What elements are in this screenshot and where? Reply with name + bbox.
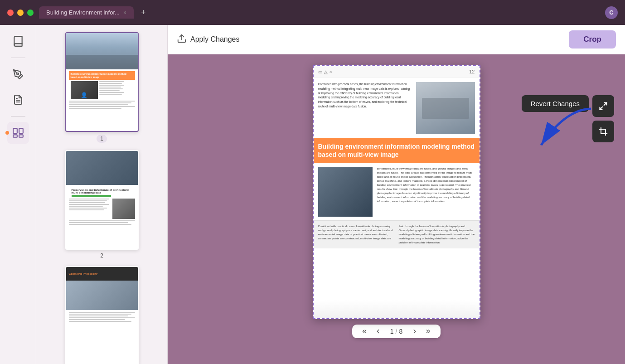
thumb1-body: Building environment information modelin… [66, 69, 138, 112]
expand-button[interactable] [592, 95, 614, 117]
toolbar: Apply Changes Crop [168, 25, 625, 54]
thumb2-body: Preservation and inheritance of architec… [66, 185, 138, 228]
close-traffic-light[interactable] [7, 10, 14, 16]
doc-page-header: ▭ △ ○ 12 [314, 66, 480, 78]
page-number-2: 2 [100, 252, 103, 259]
thumbnail-page-1[interactable]: Building environment information modelin… [65, 32, 139, 132]
thumb3-header: Geometric Philosophy [66, 267, 138, 281]
apply-changes-label: Apply Changes [190, 35, 240, 44]
sidebar-item-pages[interactable] [7, 122, 29, 144]
last-page-button[interactable] [423, 327, 433, 335]
revert-changes-tooltip: Revert Changes [522, 95, 589, 112]
total-pages: 8 [399, 328, 402, 335]
thumbnail-page-3[interactable]: Geometric Philosophy [65, 266, 139, 364]
person-desk-photo [318, 167, 373, 217]
thumb3-body [66, 310, 138, 325]
thumb2-more-lines [69, 220, 135, 225]
tab-close-icon[interactable]: × [123, 10, 126, 16]
svg-rect-6 [19, 135, 23, 137]
sidebar-item-book[interactable] [7, 30, 29, 52]
thumb3-image [66, 281, 138, 310]
thumb2-text-lines [69, 199, 109, 220]
footer-text-left: Combined with practical cases, low-altit… [318, 224, 394, 245]
svg-rect-4 [19, 128, 23, 133]
doc-bottom-text: constructed, multi-view image data are f… [377, 167, 475, 217]
sidebar-divider-1 [11, 58, 25, 58]
thumb2-person-image [112, 199, 135, 219]
revert-changes-label: Revert Changes [531, 100, 580, 107]
svg-point-0 [17, 73, 19, 75]
thumb1-title: Building environment information modelin… [69, 71, 135, 80]
active-indicator [5, 131, 9, 135]
thumbnails-panel: Building environment information modelin… [36, 25, 168, 364]
floating-tools [592, 95, 614, 142]
page-indicator: 1 / 8 [387, 328, 406, 335]
thumbnail-page-2[interactable]: Preservation and inheritance of architec… [65, 150, 139, 250]
traffic-lights [7, 10, 34, 16]
first-page-button[interactable] [359, 327, 369, 335]
avatar: C [605, 6, 618, 19]
doc-top-section: Combined with practical cases, the build… [314, 78, 480, 138]
document-view: ▭ △ ○ 12 Combined with practical cases, … [168, 54, 625, 364]
page-number-display: 12 [469, 69, 475, 74]
editor-area: Apply Changes Crop ▭ △ ○ 12 Combined wit… [168, 25, 625, 364]
document-page: ▭ △ ○ 12 Combined with practical cases, … [313, 65, 480, 319]
minus-icon: ▭ [318, 69, 322, 74]
titlebar: Building Environment infor... × + C [0, 0, 625, 25]
tab-title: Building Environment infor... [46, 9, 120, 16]
page-header-icons: ▭ △ ○ [318, 69, 332, 74]
svg-rect-3 [13, 128, 17, 133]
minimize-traffic-light[interactable] [17, 10, 24, 16]
building-image [66, 33, 138, 69]
new-tab-button[interactable]: + [137, 6, 150, 19]
thumb2-title: Preservation and inheritance of architec… [69, 187, 135, 195]
sidebar-item-document[interactable] [7, 89, 29, 111]
doc-fade-overlay [314, 300, 480, 318]
tab-area: Building Environment infor... × + [39, 6, 600, 19]
triangle-icon: △ [324, 69, 328, 74]
page-number-1: 1 [97, 135, 107, 143]
main-area: Building environment information modelin… [0, 25, 625, 364]
thumb2-image-top [66, 151, 138, 185]
page-separator: / [396, 328, 397, 335]
sidebar [0, 25, 36, 364]
doc-bottom-section: constructed, multi-view image data are f… [314, 163, 480, 220]
apply-changes-icon [177, 34, 187, 46]
aerial-photo [416, 82, 475, 134]
maximize-traffic-light[interactable] [27, 10, 34, 16]
list-item[interactable]: Preservation and inheritance of architec… [44, 150, 160, 259]
sidebar-divider-2 [11, 116, 25, 116]
prev-page-button[interactable] [373, 327, 383, 335]
thumb2-accent-bar [72, 195, 111, 197]
current-page: 1 [390, 328, 394, 335]
thumb1-lines [99, 81, 124, 99]
footer-text-right: that: through the fusion of low-altitude… [399, 224, 475, 245]
thumb3-header-text: Geometric Philosophy [69, 272, 98, 275]
list-item[interactable]: Geometric Philosophy [44, 266, 160, 364]
thumb1-text-lines [69, 101, 135, 109]
next-page-button[interactable] [410, 327, 420, 335]
sidebar-item-pen[interactable] [7, 63, 29, 85]
doc-footer-area: Combined with practical cases, low-altit… [314, 220, 480, 248]
circle-icon: ○ [329, 69, 332, 74]
doc-bottom-image [318, 167, 373, 217]
crop-tool-button[interactable] [592, 121, 614, 142]
crop-button[interactable]: Crop [569, 30, 616, 49]
active-tab[interactable]: Building Environment infor... × [39, 6, 134, 19]
thumb1-image-top [66, 33, 138, 69]
apply-changes-button[interactable]: Apply Changes [177, 34, 240, 46]
page-navigation: 1 / 8 [352, 325, 441, 338]
list-item[interactable]: Building environment information modelin… [44, 32, 160, 143]
svg-rect-5 [13, 135, 17, 137]
doc-title-banner: Building environment information modelin… [314, 138, 480, 163]
doc-main-text: Combined with practical cases, the build… [318, 82, 412, 134]
thumb1-person-image [71, 81, 98, 99]
doc-top-image [416, 82, 475, 134]
